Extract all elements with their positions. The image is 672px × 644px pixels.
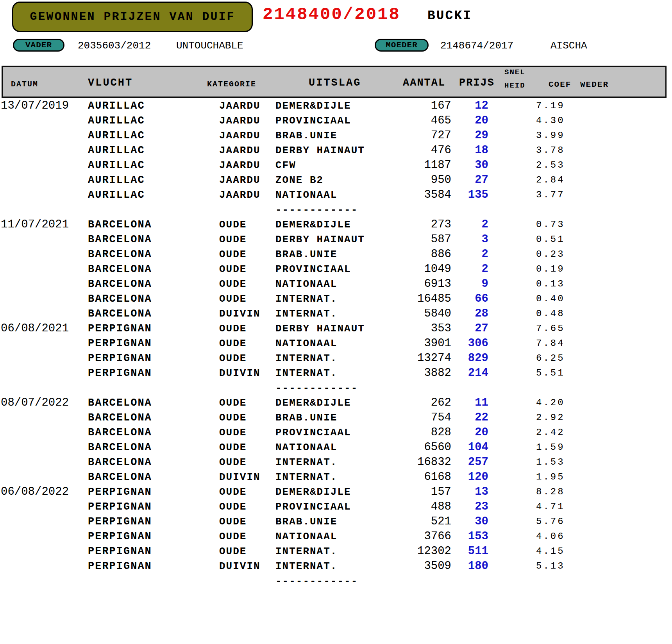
cell-prijs: 9 (426, 277, 488, 292)
cell-prijs: 23 (426, 499, 488, 514)
cell-kategorie: JAARDU (219, 158, 261, 173)
table-row: 08/07/2022 BARCELONA OUDE DEMER&DIJLE 26… (0, 395, 672, 410)
cell-coef: 3.78 (536, 143, 565, 158)
cell-prijs: 12 (426, 98, 488, 113)
moeder-badge-label: MOEDER (386, 41, 418, 50)
cell-coef: 0.23 (536, 247, 565, 262)
cell-coef: 2.53 (536, 158, 565, 173)
cell-uitslag: INTERNAT. (275, 351, 337, 366)
cell-vlucht: BARCELONA (88, 395, 152, 410)
cell-kategorie: DUIVIN (219, 306, 261, 321)
ring-number: 2148400/2018 (263, 5, 400, 24)
table-row: PERPIGNAN OUDE BRAB.UNIE 521 30 5.76 (0, 514, 672, 529)
cell-vlucht: BARCELONA (88, 247, 152, 262)
cell-coef: 7.84 (536, 336, 565, 351)
cell-prijs: 30 (426, 514, 488, 529)
table-row: 06/08/2022 PERPIGNAN OUDE DEMER&DIJLE 15… (0, 485, 672, 499)
cell-uitslag: NATIONAAL (275, 188, 337, 202)
cell-uitslag: INTERNAT. (275, 292, 337, 306)
cell-prijs: 829 (426, 351, 488, 366)
cell-coef: 5.76 (536, 514, 565, 529)
cell-vlucht: AURILLAC (88, 113, 145, 128)
column-header-datum: DATUM (11, 80, 38, 89)
cell-uitslag: BRAB.UNIE (275, 128, 337, 143)
table-row: PERPIGNAN OUDE NATIONAAL 3901 306 7.84 (0, 336, 672, 351)
cell-datum: 13/07/2019 (1, 98, 69, 113)
cell-uitslag: NATIONAAL (275, 440, 337, 455)
table-row: BARCELONA OUDE NATIONAAL 6913 9 0.13 (0, 277, 672, 292)
cell-kategorie: OUDE (219, 292, 247, 306)
vader-badge-label: VADER (25, 41, 52, 50)
vader-ring-number: 2035603/2012 (78, 40, 151, 52)
cell-kategorie: OUDE (219, 351, 247, 366)
cell-prijs: 2 (426, 217, 488, 232)
table-row: 11/07/2021 BARCELONA OUDE DEMER&DIJLE 27… (0, 217, 672, 232)
cell-coef: 0.48 (536, 306, 565, 321)
cell-prijs: 27 (426, 173, 488, 188)
table-row: AURILLAC JAARDU PROVINCIAAL 465 20 4.30 (0, 113, 672, 128)
cell-coef: 2.42 (536, 425, 565, 440)
cell-uitslag: INTERNAT. (275, 559, 337, 574)
cell-datum: 11/07/2021 (1, 217, 69, 232)
column-header-vlucht: VLUCHT (88, 77, 133, 89)
cell-coef: 4.20 (536, 395, 565, 410)
cell-coef: 5.13 (536, 559, 565, 574)
cell-kategorie: JAARDU (219, 173, 261, 188)
vader-badge[interactable]: VADER (13, 39, 64, 52)
cell-vlucht: AURILLAC (88, 98, 145, 113)
column-header-uitslag: UITSLAG (309, 77, 361, 89)
results-table: 13/07/2019 AURILLAC JAARDU DEMER&DIJLE 1… (0, 98, 672, 589)
cell-kategorie: DUIVIN (219, 366, 261, 381)
cell-uitslag: DEMER&DIJLE (275, 395, 351, 410)
cell-uitslag: DERBY HAINAUT (275, 232, 365, 247)
pigeon-name: BUCKI (427, 9, 472, 23)
cell-uitslag: DEMER&DIJLE (275, 217, 351, 232)
cell-coef: 1.53 (536, 455, 565, 470)
cell-vlucht: PERPIGNAN (88, 321, 152, 336)
table-row: 06/08/2021 PERPIGNAN OUDE DERBY HAINAUT … (0, 321, 672, 336)
table-row: PERPIGNAN OUDE INTERNAT. 13274 829 6.25 (0, 351, 672, 366)
moeder-badge[interactable]: MOEDER (375, 39, 429, 52)
table-row: PERPIGNAN OUDE PROVINCIAAL 488 23 4.71 (0, 499, 672, 514)
column-header-prijs: PRIJS (459, 77, 495, 89)
cell-uitslag: BRAB.UNIE (275, 247, 337, 262)
cell-vlucht: AURILLAC (88, 128, 145, 143)
cell-kategorie: JAARDU (219, 98, 261, 113)
cell-uitslag: DERBY HAINAUT (275, 321, 365, 336)
cell-uitslag: NATIONAAL (275, 529, 337, 544)
separator-row: ------------ (0, 202, 672, 217)
cell-datum: 08/07/2022 (1, 395, 69, 410)
cell-kategorie: JAARDU (219, 143, 261, 158)
separator-dashes: ------------ (275, 381, 358, 395)
cell-vlucht: BARCELONA (88, 440, 152, 455)
table-row: BARCELONA OUDE DERBY HAINAUT 587 3 0.51 (0, 232, 672, 247)
cell-vlucht: BARCELONA (88, 232, 152, 247)
cell-coef: 0.19 (536, 262, 565, 277)
cell-uitslag: BRAB.UNIE (275, 514, 337, 529)
cell-coef: 5.51 (536, 366, 565, 381)
separator-row: ------------ (0, 574, 672, 589)
cell-prijs: 135 (426, 188, 488, 202)
cell-prijs: 66 (426, 292, 488, 306)
cell-datum: 06/08/2022 (1, 485, 69, 499)
cell-vlucht: PERPIGNAN (88, 336, 152, 351)
table-row: PERPIGNAN DUIVIN INTERNAT. 3509 180 5.13 (0, 559, 672, 574)
cell-vlucht: AURILLAC (88, 158, 145, 173)
cell-kategorie: OUDE (219, 499, 247, 514)
cell-kategorie: JAARDU (219, 113, 261, 128)
cell-prijs: 257 (426, 455, 488, 470)
table-row: AURILLAC JAARDU CFW 1187 30 2.53 (0, 158, 672, 173)
cell-coef: 8.28 (536, 485, 565, 499)
cell-vlucht: BARCELONA (88, 425, 152, 440)
cell-vlucht: BARCELONA (88, 262, 152, 277)
table-row: BARCELONA OUDE INTERNAT. 16485 66 0.40 (0, 292, 672, 306)
cell-prijs: 120 (426, 470, 488, 485)
cell-vlucht: BARCELONA (88, 292, 152, 306)
cell-coef: 2.84 (536, 173, 565, 188)
cell-vlucht: PERPIGNAN (88, 514, 152, 529)
cell-vlucht: BARCELONA (88, 410, 152, 425)
cell-prijs: 20 (426, 425, 488, 440)
title-button[interactable]: GEWONNEN PRIJZEN VAN DUIF (12, 2, 253, 32)
cell-prijs: 20 (426, 113, 488, 128)
cell-vlucht: PERPIGNAN (88, 485, 152, 499)
